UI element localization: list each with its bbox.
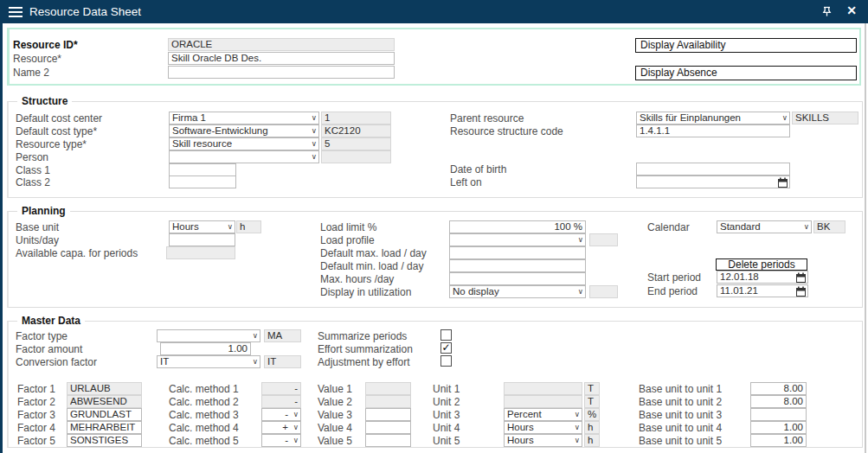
calc-method1-label: Calc. method 1 xyxy=(169,383,239,395)
conversion-factor-select[interactable]: IT ∨ xyxy=(157,355,260,368)
default-cost-type-select[interactable]: Software-Entwicklung ∨ xyxy=(169,124,319,137)
calc-method3-select[interactable]: - ∨ xyxy=(261,408,301,421)
default-cost-center-label: Default cost center xyxy=(16,112,102,124)
unit4-select[interactable]: Hours ∨ xyxy=(504,421,582,434)
unit2-code: T xyxy=(584,395,600,408)
value2-field xyxy=(365,395,411,408)
resource-type-select[interactable]: Skill resource ∨ xyxy=(169,137,319,150)
calendar-icon[interactable] xyxy=(796,286,806,297)
calc-method2-label: Calc. method 2 xyxy=(169,396,239,408)
value3-field[interactable] xyxy=(365,408,411,421)
close-icon[interactable]: ✕ xyxy=(846,3,857,17)
person-select[interactable]: ∨ xyxy=(169,150,319,163)
display-in-utilization-select[interactable]: No display ∨ xyxy=(449,285,586,298)
base-unit-select[interactable]: Hours ∨ xyxy=(169,220,235,233)
selected-value: Hours xyxy=(507,422,534,432)
chevron-down-icon: ∨ xyxy=(293,410,299,419)
value5-field[interactable] xyxy=(365,434,411,447)
name2-field[interactable] xyxy=(168,66,395,79)
calendar-select[interactable]: Standard ∨ xyxy=(717,220,812,233)
display-in-utilization-code xyxy=(589,285,618,298)
chevron-down-icon: ∨ xyxy=(575,410,580,419)
display-availability-button[interactable]: Display Availability xyxy=(635,38,857,53)
chevron-down-icon: ∨ xyxy=(228,222,233,232)
factor-type-select[interactable]: ∨ xyxy=(157,329,260,342)
calendar-icon[interactable] xyxy=(796,272,806,283)
class1-field[interactable] xyxy=(169,163,236,176)
selected-value: No display xyxy=(453,286,499,297)
class2-field[interactable] xyxy=(169,175,236,188)
calc-method4-select[interactable]: + ∨ xyxy=(261,421,301,434)
class2-label: Class 2 xyxy=(16,176,50,188)
end-period-label: End period xyxy=(647,285,698,297)
chevron-down-icon: ∨ xyxy=(253,357,258,367)
resource-type-code: 5 xyxy=(321,137,391,150)
delete-periods-button[interactable]: Delete periods xyxy=(716,258,807,271)
summarize-periods-checkbox[interactable] xyxy=(440,329,452,341)
unit3-label: Unit 3 xyxy=(433,409,460,421)
resource-type-label: Resource type* xyxy=(16,138,87,150)
value5-label: Value 5 xyxy=(318,435,352,447)
display-absence-button[interactable]: Display Absence xyxy=(635,66,857,80)
adjustment-by-effort-checkbox[interactable] xyxy=(440,355,452,367)
start-period-field[interactable]: 12.01.18 xyxy=(717,271,808,284)
base-unit4-field[interactable]: 1.00 xyxy=(750,421,807,434)
field-value: 12.01.18 xyxy=(720,271,759,282)
date-of-birth-field[interactable] xyxy=(636,163,790,175)
factor5-field[interactable]: SONSTIGES xyxy=(67,434,142,447)
parent-resource-select[interactable]: Skills für Einplanungen ∨ xyxy=(636,112,790,124)
unit3-select[interactable]: Percent ∨ xyxy=(504,408,582,421)
units-day-field[interactable] xyxy=(169,233,235,246)
conversion-factor-label: Conversion factor xyxy=(16,356,97,368)
left-on-field[interactable] xyxy=(636,175,790,188)
factor4-label: Factor 4 xyxy=(17,422,55,434)
chevron-down-icon: ∨ xyxy=(312,126,317,136)
factor-amount-field[interactable]: 1.00 xyxy=(160,342,251,355)
value4-field[interactable] xyxy=(365,421,411,434)
base-unit3-field[interactable] xyxy=(750,408,807,421)
selected-value: Hours xyxy=(507,435,534,445)
base-unit2-field[interactable]: 8.00 xyxy=(750,395,807,408)
calc-method1-field: - xyxy=(261,382,301,395)
unit4-label: Unit 4 xyxy=(433,422,460,434)
selected-value: Firma 1 xyxy=(172,112,206,123)
factor3-field[interactable]: GRUNDLAST xyxy=(67,408,142,421)
factor4-field[interactable]: MEHRARBEIT xyxy=(67,421,142,434)
factor2-field: ABWESEND xyxy=(67,395,142,408)
unit5-select[interactable]: Hours ∨ xyxy=(504,434,582,447)
resource-structure-code-field[interactable]: 1.4.1.1 xyxy=(636,124,790,137)
calc-method5-select[interactable]: - ∨ xyxy=(261,434,301,447)
pin-icon[interactable] xyxy=(820,5,833,18)
window-right-border xyxy=(865,23,866,453)
load-limit-field[interactable]: 100 % xyxy=(449,220,586,233)
default-min-load-field[interactable] xyxy=(449,259,586,272)
base-unit5-field[interactable]: 1.00 xyxy=(750,434,807,447)
load-profile-label: Load profile xyxy=(320,234,375,246)
default-max-load-field[interactable] xyxy=(449,246,586,259)
value4-label: Value 4 xyxy=(318,422,352,434)
titlebar: Resource Data Sheet ✕ xyxy=(0,0,868,23)
start-period-label: Start period xyxy=(647,271,701,284)
max-hours-day-field[interactable] xyxy=(449,272,586,285)
resource-name-field[interactable]: Skill Oracle DB Des. xyxy=(168,52,395,65)
factor1-label: Factor 1 xyxy=(17,383,55,395)
load-profile-code xyxy=(589,233,618,246)
class1-label: Class 1 xyxy=(16,164,50,176)
base-unit4-label: Base unit to unit 4 xyxy=(639,422,722,434)
base-unit1-label: Base unit to unit 1 xyxy=(639,383,722,395)
end-period-field[interactable]: 11.01.21 xyxy=(717,284,808,297)
structure-section: Structure Default cost center Firma 1 ∨ … xyxy=(7,101,863,198)
master-data-legend: Master Data xyxy=(17,315,85,328)
base-unit1-field[interactable]: 8.00 xyxy=(750,382,807,395)
load-profile-select[interactable]: ∨ xyxy=(449,233,586,246)
selected-value: Percent xyxy=(507,409,542,419)
window-title: Resource Data Sheet xyxy=(29,5,141,18)
resource-id-field: ORACLE xyxy=(168,38,395,51)
calendar-icon[interactable] xyxy=(778,177,788,188)
default-cost-center-select[interactable]: Firma 1 ∨ xyxy=(169,112,319,124)
left-on-label: Left on xyxy=(450,176,482,188)
effort-summarization-checkbox[interactable]: ✓ xyxy=(440,342,452,354)
menu-icon[interactable] xyxy=(9,7,23,17)
conversion-factor-code: IT xyxy=(264,355,301,368)
factor5-label: Factor 5 xyxy=(17,435,55,447)
